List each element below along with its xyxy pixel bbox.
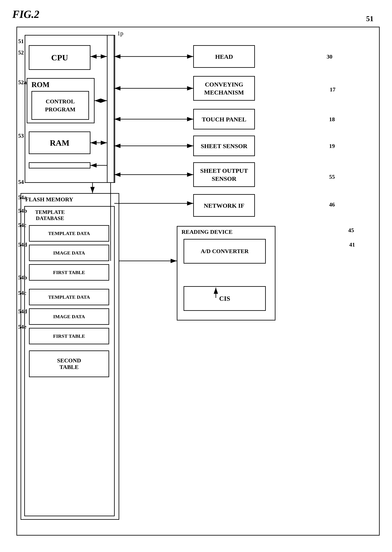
first-table-2-label: FIRST TABLE [53,333,85,339]
num-54e: 54e [18,324,26,330]
num-54d-2: 54d [18,308,27,315]
control-program-label: CONTROLPROGRAM [45,97,76,113]
figure-label: FIG.2 [12,8,39,20]
template-database-box: TEMPLATEDATABASE TEMPLATE DATA IMAGE DAT… [24,206,115,516]
template-data-2-box: TEMPLATE DATA [29,289,109,305]
small-bar [29,162,91,168]
image-data-1-label: IMAGE DATA [53,250,85,256]
num-54a: 54a [18,194,27,201]
num-52: 52 [18,49,24,56]
sheet-output-sensor-box: SHEET OUTPUTSENSOR [193,162,255,187]
reading-device-label: READING DEVICE [182,229,232,235]
network-if-label: NETWORK IF [204,201,245,210]
control-program-box: CONTROLPROGRAM [31,91,89,120]
network-if-box: NETWORK IF [193,194,255,217]
reading-device-box: READING DEVICE A/D CONVERTER CIS [177,226,275,320]
touch-panel-box: TOUCH PANEL [193,109,255,129]
num-17: 17 [330,86,336,93]
num-54d-1: 54d [18,242,27,248]
num-19: 19 [329,143,335,149]
num-54b-2: 54b [18,274,27,281]
num-53: 53 [18,132,24,139]
num-54c-1: 54c [18,222,26,228]
cpu-box: CPU [29,45,91,70]
num-55: 55 [329,174,335,180]
flash-memory-outer: FLASH MEMORY TEMPLATEDATABASE TEMPLATE D… [21,193,119,520]
ram-box: RAM [29,131,91,154]
page: FIG.2 51 1p CPU ROM CONTROLPROGRAM RAM H… [0,0,392,552]
num-41: 41 [349,242,355,248]
label-1p: 1p [117,30,123,37]
second-table-label: SECONDTABLE [57,357,81,370]
ad-converter-label: A/D CONVERTER [201,248,249,255]
first-table-2-box: FIRST TABLE [29,328,109,344]
num-54b-1: 54b [18,207,27,214]
template-data-1-box: TEMPLATE DATA [29,225,109,242]
rom-label: ROM [31,80,49,89]
image-data-1-box: IMAGE DATA [29,245,109,261]
touch-panel-label: TOUCH PANEL [202,115,246,123]
template-database-label: TEMPLATEDATABASE [35,209,65,221]
image-data-2-label: IMAGE DATA [53,314,85,319]
flash-memory-label: FLASH MEMORY [25,196,73,203]
cpu-label: CPU [51,53,68,62]
bus-bar [107,35,114,183]
first-table-1-label: FIRST TABLE [53,270,85,275]
image-data-2-box: IMAGE DATA [29,308,109,325]
cis-label: CIS [219,295,230,302]
head-box: HEAD [193,45,255,68]
conveying-mechanism-label: CONVEYINGMECHANISM [204,80,244,96]
second-table-box: SECONDTABLE [29,351,109,377]
rom-box: ROM CONTROLPROGRAM [27,78,95,123]
num-54: 54 [18,179,24,185]
num-30: 30 [327,53,332,60]
label-1: 51 [366,14,373,23]
num-54c-2: 54c [18,290,26,296]
ram-label: RAM [50,138,70,148]
sheet-sensor-box: SHEET SENSOR [193,136,255,156]
cis-box: CIS [183,286,266,311]
head-label: HEAD [215,53,233,61]
ad-converter-box: A/D CONVERTER [183,239,266,263]
num-18: 18 [329,116,335,123]
num-52a: 52a [18,79,27,86]
template-data-1-label: TEMPLATE DATA [48,231,90,236]
num-51: 51 [18,38,24,45]
first-table-1-box: FIRST TABLE [29,264,109,281]
num-45: 45 [348,227,354,234]
conveying-mechanism-box: CONVEYINGMECHANISM [193,76,255,101]
sheet-output-sensor-label: SHEET OUTPUTSENSOR [200,167,248,183]
num-46: 46 [329,201,335,208]
sheet-sensor-label: SHEET SENSOR [201,142,247,150]
template-data-2-label: TEMPLATE DATA [48,294,90,300]
